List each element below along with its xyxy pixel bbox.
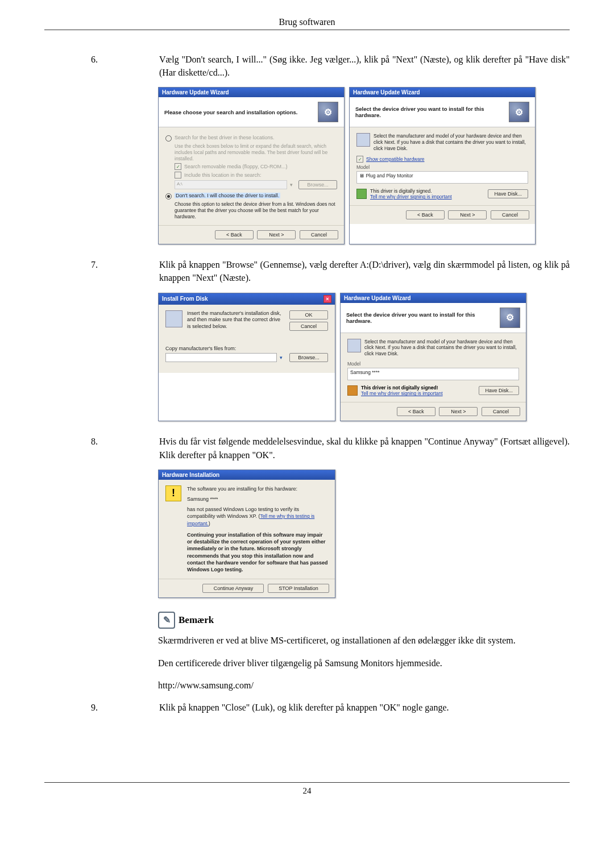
dialog-header-text: Select the device driver you want to ins… [346, 312, 495, 324]
install-hw-line1: The software you are installing for this… [187, 485, 328, 492]
check-removable-media[interactable]: ✓ [175, 163, 181, 170]
copy-from-label: Copy manufacturer's files from: [165, 346, 328, 351]
have-disk-button[interactable]: Have Disk... [488, 189, 528, 198]
radio-search-best-sub: Use the check boxes below to limit or ex… [175, 143, 337, 161]
step-7-text: Klik på knappen "Browse" (Gennemse), væl… [159, 258, 570, 284]
install-disk-msg: Insert the manufacturer's installation d… [187, 310, 285, 330]
browse-button[interactable]: Browse... [298, 180, 337, 189]
check-include-location[interactable] [175, 172, 181, 178]
select-driver-intro: Select the manufacturer and model of you… [364, 339, 519, 357]
back-button[interactable]: < Back [406, 210, 445, 219]
model-value[interactable]: Samsung **** [350, 369, 380, 375]
show-compatible-label: Show compatible hardware [366, 156, 425, 162]
page-number: 24 [44, 786, 570, 796]
radio-search-best-label: Search for the best driver in these loca… [175, 135, 275, 140]
footer-rule [44, 782, 570, 783]
page-header: Brug softwaren [44, 17, 570, 27]
driver-not-signed-text: This driver is not digitally signed! [361, 385, 443, 391]
radio-dont-search[interactable] [165, 193, 172, 200]
not-signed-icon [347, 385, 358, 396]
back-button[interactable]: < Back [215, 230, 254, 239]
model-value[interactable]: Plug and Play Monitor [366, 173, 413, 178]
note-p1: Skærmdriveren er ved at blive MS-certifi… [158, 633, 570, 648]
wizard-icon: ⚙ [509, 102, 529, 122]
radio-dont-search-sub: Choose this option to select the device … [175, 201, 337, 219]
note-p3: http://www.samsung.com/ [158, 678, 570, 693]
note-icon: ✎ [158, 612, 175, 629]
note-label: Bemærk [179, 614, 214, 626]
note-p2: Den certificerede driver bliver tilgænge… [158, 656, 570, 671]
model-column-header: Model [356, 164, 528, 170]
check-show-compatible[interactable]: ✓ [356, 156, 363, 163]
install-from-disk-dialog: Install From Disk × Insert the manufactu… [158, 293, 335, 422]
check-include-location-label: Include this location in the search: [184, 172, 262, 178]
step-7-number: 7. [44, 258, 159, 284]
step-9-text: Klik på knappen "Close" (Luk), og klik d… [159, 701, 570, 714]
wizard-search-options-dialog: Hardware Update Wizard Please choose you… [158, 87, 345, 244]
driver-signed-text: This driver is digitally signed. [370, 188, 452, 194]
next-button[interactable]: Next > [257, 230, 296, 239]
wizard-icon: ⚙ [318, 102, 338, 122]
cancel-button[interactable]: Cancel [300, 230, 338, 239]
cancel-button[interactable]: Cancel [491, 210, 529, 219]
close-icon[interactable]: × [323, 295, 331, 303]
logo-test-text-b: ) [209, 521, 210, 526]
disk-icon [347, 339, 361, 352]
dialog-header-text: Please choose your search and installati… [164, 109, 313, 115]
step-6-number: 6. [44, 53, 159, 79]
signing-info-link[interactable]: Tell me why driver signing is important [370, 194, 452, 200]
wizard-select-driver-dialog: Hardware Update Wizard Select the device… [349, 87, 536, 244]
wizard-icon: ⚙ [500, 308, 520, 328]
dialog-header-text: Select the device driver you want to ins… [355, 106, 504, 118]
floppy-icon [165, 310, 182, 327]
header-rule [44, 30, 570, 30]
dialog-title: Hardware Installation [162, 472, 219, 478]
radio-dont-search-label: Don't search. I will choose the driver t… [175, 193, 280, 198]
model-column-header: Model [347, 361, 519, 367]
hardware-installation-dialog: Hardware Installation ! The software you… [158, 470, 335, 598]
radio-search-best[interactable] [165, 135, 172, 142]
ok-button[interactable]: OK [289, 310, 328, 319]
disk-icon [356, 133, 370, 147]
path-input[interactable]: A:\ [175, 180, 287, 189]
cancel-button[interactable]: Cancel [482, 407, 520, 416]
signing-info-link[interactable]: Tell me why driver signing is important [361, 391, 443, 396]
check-removable-media-label: Search removable media (floppy, CD-ROM..… [184, 164, 287, 169]
step-9-number: 9. [44, 701, 159, 714]
install-hw-warning: Continuing your installation of this sof… [187, 531, 328, 573]
warning-icon: ! [165, 485, 181, 501]
step-8-text: Hvis du får vist følgende meddelelsesvin… [159, 435, 570, 461]
browse-button[interactable]: Browse... [289, 353, 328, 362]
back-button[interactable]: < Back [397, 407, 435, 416]
copy-from-input[interactable] [165, 353, 277, 362]
dropdown-icon[interactable]: ▾ [280, 355, 287, 360]
dialog-title: Hardware Update Wizard [344, 295, 411, 301]
dialog-title: Hardware Update Wizard [162, 89, 229, 95]
select-driver-intro: Select the manufacturer and model of you… [374, 133, 528, 151]
install-hw-device: Samsung **** [187, 496, 328, 502]
wizard-select-driver-signed-dialog: Hardware Update Wizard Select the device… [340, 293, 526, 422]
dialog-title: Hardware Update Wizard [353, 89, 420, 95]
continue-anyway-button[interactable]: Continue Anyway [202, 584, 264, 593]
signed-icon [356, 189, 367, 199]
step-6-text: Vælg "Don't search, I will..." (Søg ikke… [159, 53, 570, 79]
cancel-button[interactable]: Cancel [289, 322, 328, 331]
next-button[interactable]: Next > [448, 210, 487, 219]
dialog-title: Install From Disk [162, 296, 208, 302]
next-button[interactable]: Next > [439, 407, 478, 416]
stop-installation-button[interactable]: STOP Installation [268, 584, 329, 593]
step-8-number: 8. [44, 435, 159, 461]
have-disk-button[interactable]: Have Disk... [479, 386, 519, 395]
